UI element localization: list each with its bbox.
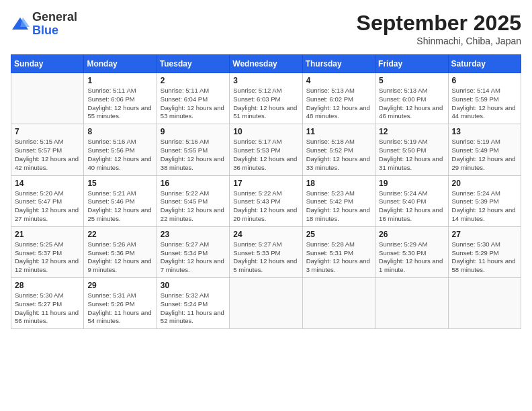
day-info: Sunrise: 5:30 AM Sunset: 5:29 PM Dayligh…	[452, 240, 517, 275]
day-info: Sunrise: 5:18 AM Sunset: 5:52 PM Dayligh…	[306, 138, 371, 172]
day-info: Sunrise: 5:30 AM Sunset: 5:27 PM Dayligh…	[15, 291, 80, 326]
calendar-day-cell: 18Sunrise: 5:23 AM Sunset: 5:42 PM Dayli…	[302, 175, 375, 226]
calendar-day-cell: 8Sunrise: 5:16 AM Sunset: 5:56 PM Daylig…	[84, 124, 157, 175]
day-info: Sunrise: 5:16 AM Sunset: 5:55 PM Dayligh…	[161, 138, 226, 172]
calendar-day-cell: 24Sunrise: 5:27 AM Sunset: 5:33 PM Dayli…	[230, 226, 302, 277]
day-info: Sunrise: 5:24 AM Sunset: 5:40 PM Dayligh…	[379, 189, 444, 224]
day-number: 24	[233, 230, 298, 239]
day-number: 25	[306, 230, 371, 239]
calendar-day-cell	[448, 278, 521, 329]
day-number: 3	[233, 76, 298, 85]
day-info: Sunrise: 5:20 AM Sunset: 5:47 PM Dayligh…	[15, 189, 80, 224]
day-number: 2	[161, 76, 226, 85]
calendar-day-cell: 25Sunrise: 5:28 AM Sunset: 5:31 PM Dayli…	[302, 226, 375, 277]
calendar-day-cell: 4Sunrise: 5:13 AM Sunset: 6:02 PM Daylig…	[302, 73, 375, 124]
calendar-day-cell: 15Sunrise: 5:21 AM Sunset: 5:46 PM Dayli…	[84, 175, 157, 226]
day-number: 16	[161, 179, 226, 188]
calendar-day-cell: 12Sunrise: 5:19 AM Sunset: 5:50 PM Dayli…	[375, 124, 448, 175]
logo: General Blue	[11, 11, 77, 38]
calendar-day-cell: 20Sunrise: 5:24 AM Sunset: 5:39 PM Dayli…	[448, 175, 521, 226]
day-info: Sunrise: 5:29 AM Sunset: 5:30 PM Dayligh…	[379, 240, 444, 275]
weekday-header: Tuesday	[157, 55, 229, 73]
calendar-day-cell: 6Sunrise: 5:14 AM Sunset: 5:59 PM Daylig…	[448, 73, 521, 124]
calendar-week-row: 28Sunrise: 5:30 AM Sunset: 5:27 PM Dayli…	[11, 278, 521, 329]
day-info: Sunrise: 5:25 AM Sunset: 5:37 PM Dayligh…	[15, 240, 80, 275]
day-info: Sunrise: 5:15 AM Sunset: 5:57 PM Dayligh…	[15, 138, 80, 172]
day-number: 22	[87, 230, 152, 239]
calendar-table: SundayMondayTuesdayWednesdayThursdayFrid…	[11, 54, 521, 329]
calendar-day-cell: 27Sunrise: 5:30 AM Sunset: 5:29 PM Dayli…	[448, 226, 521, 277]
day-info: Sunrise: 5:27 AM Sunset: 5:33 PM Dayligh…	[233, 240, 298, 275]
day-number: 17	[233, 179, 298, 188]
day-info: Sunrise: 5:16 AM Sunset: 5:56 PM Dayligh…	[87, 138, 152, 172]
calendar-day-cell: 7Sunrise: 5:15 AM Sunset: 5:57 PM Daylig…	[11, 124, 84, 175]
day-info: Sunrise: 5:26 AM Sunset: 5:36 PM Dayligh…	[87, 240, 152, 275]
day-info: Sunrise: 5:31 AM Sunset: 5:26 PM Dayligh…	[87, 291, 152, 326]
calendar-day-cell: 29Sunrise: 5:31 AM Sunset: 5:26 PM Dayli…	[84, 278, 157, 329]
calendar-day-cell: 9Sunrise: 5:16 AM Sunset: 5:55 PM Daylig…	[157, 124, 229, 175]
calendar-day-cell: 17Sunrise: 5:22 AM Sunset: 5:43 PM Dayli…	[230, 175, 302, 226]
day-info: Sunrise: 5:19 AM Sunset: 5:49 PM Dayligh…	[452, 138, 517, 172]
calendar-day-cell: 26Sunrise: 5:29 AM Sunset: 5:30 PM Dayli…	[375, 226, 448, 277]
day-number: 12	[379, 127, 444, 136]
day-number: 5	[379, 76, 444, 85]
weekday-header: Monday	[84, 55, 157, 73]
day-info: Sunrise: 5:14 AM Sunset: 5:59 PM Dayligh…	[452, 87, 517, 121]
day-number: 20	[452, 179, 517, 188]
day-number: 7	[15, 127, 80, 136]
day-info: Sunrise: 5:21 AM Sunset: 5:46 PM Dayligh…	[87, 189, 152, 224]
calendar-day-cell: 10Sunrise: 5:17 AM Sunset: 5:53 PM Dayli…	[230, 124, 302, 175]
day-number: 21	[15, 230, 80, 239]
day-number: 14	[15, 179, 80, 188]
day-number: 19	[379, 179, 444, 188]
calendar-week-row: 1Sunrise: 5:11 AM Sunset: 6:06 PM Daylig…	[11, 73, 521, 124]
weekday-header: Saturday	[448, 55, 521, 73]
day-info: Sunrise: 5:32 AM Sunset: 5:24 PM Dayligh…	[161, 291, 226, 326]
day-number: 27	[452, 230, 517, 239]
weekday-header-row: SundayMondayTuesdayWednesdayThursdayFrid…	[11, 55, 521, 73]
calendar-day-cell: 3Sunrise: 5:12 AM Sunset: 6:03 PM Daylig…	[230, 73, 302, 124]
day-info: Sunrise: 5:23 AM Sunset: 5:42 PM Dayligh…	[306, 189, 371, 224]
day-number: 8	[87, 127, 152, 136]
month-title: September 2025	[357, 11, 521, 36]
day-info: Sunrise: 5:22 AM Sunset: 5:45 PM Dayligh…	[161, 189, 226, 224]
day-number: 18	[306, 179, 371, 188]
day-number: 9	[161, 127, 226, 136]
logo-icon	[11, 15, 30, 34]
weekday-header: Wednesday	[230, 55, 302, 73]
day-number: 6	[452, 76, 517, 85]
day-number: 23	[161, 230, 226, 239]
day-number: 28	[15, 281, 80, 290]
day-number: 26	[379, 230, 444, 239]
calendar-day-cell	[375, 278, 448, 329]
day-number: 15	[87, 179, 152, 188]
weekday-header: Sunday	[11, 55, 84, 73]
calendar-day-cell	[230, 278, 302, 329]
day-info: Sunrise: 5:22 AM Sunset: 5:43 PM Dayligh…	[233, 189, 298, 224]
day-info: Sunrise: 5:11 AM Sunset: 6:04 PM Dayligh…	[161, 87, 226, 121]
calendar-day-cell	[302, 278, 375, 329]
calendar-day-cell: 5Sunrise: 5:13 AM Sunset: 6:00 PM Daylig…	[375, 73, 448, 124]
calendar-day-cell: 14Sunrise: 5:20 AM Sunset: 5:47 PM Dayli…	[11, 175, 84, 226]
svg-marker-1	[20, 17, 30, 27]
calendar-week-row: 21Sunrise: 5:25 AM Sunset: 5:37 PM Dayli…	[11, 226, 521, 277]
day-info: Sunrise: 5:11 AM Sunset: 6:06 PM Dayligh…	[87, 87, 152, 121]
day-info: Sunrise: 5:13 AM Sunset: 6:02 PM Dayligh…	[306, 87, 371, 121]
calendar-day-cell: 16Sunrise: 5:22 AM Sunset: 5:45 PM Dayli…	[157, 175, 229, 226]
location-subtitle: Shinmachi, Chiba, Japan	[357, 36, 521, 46]
title-block: September 2025 Shinmachi, Chiba, Japan	[357, 11, 521, 46]
calendar-day-cell: 13Sunrise: 5:19 AM Sunset: 5:49 PM Dayli…	[448, 124, 521, 175]
day-number: 4	[306, 76, 371, 85]
day-number: 1	[87, 76, 152, 85]
day-number: 30	[161, 281, 226, 290]
calendar-day-cell: 22Sunrise: 5:26 AM Sunset: 5:36 PM Dayli…	[84, 226, 157, 277]
calendar-day-cell: 21Sunrise: 5:25 AM Sunset: 5:37 PM Dayli…	[11, 226, 84, 277]
calendar-day-cell: 1Sunrise: 5:11 AM Sunset: 6:06 PM Daylig…	[84, 73, 157, 124]
day-info: Sunrise: 5:12 AM Sunset: 6:03 PM Dayligh…	[233, 87, 298, 121]
calendar-day-cell: 23Sunrise: 5:27 AM Sunset: 5:34 PM Dayli…	[157, 226, 229, 277]
day-number: 13	[452, 127, 517, 136]
calendar-day-cell	[11, 73, 84, 124]
day-info: Sunrise: 5:27 AM Sunset: 5:34 PM Dayligh…	[161, 240, 226, 275]
day-number: 29	[87, 281, 152, 290]
day-info: Sunrise: 5:28 AM Sunset: 5:31 PM Dayligh…	[306, 240, 371, 275]
